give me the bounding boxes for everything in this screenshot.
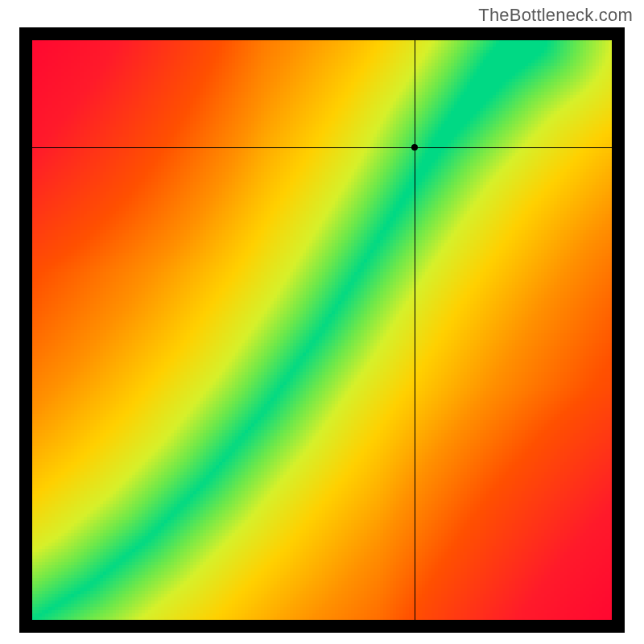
plot-area [32,40,612,620]
heatmap-canvas [32,40,612,620]
crosshair-vertical [415,40,415,620]
chart-container: TheBottleneck.com [0,0,644,644]
attribution-label: TheBottleneck.com [478,5,633,26]
marker-dot [411,144,418,151]
plot-frame [19,27,625,633]
crosshair-horizontal [32,147,612,148]
